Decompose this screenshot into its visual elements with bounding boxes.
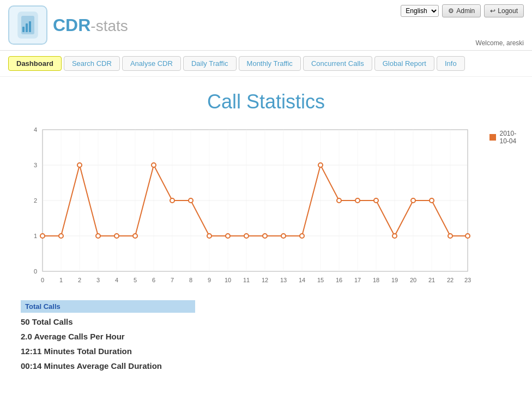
svg-point-51 <box>244 234 249 238</box>
svg-point-48 <box>189 198 193 203</box>
stats-section: Total Calls 50 Total Calls 2.0 Average C… <box>21 300 511 372</box>
chart-title: Call Statistics <box>8 90 524 113</box>
svg-text:3: 3 <box>96 277 100 283</box>
svg-rect-3 <box>26 23 28 32</box>
svg-point-52 <box>263 234 267 238</box>
legend-swatch <box>489 134 496 141</box>
svg-text:22: 22 <box>447 277 454 283</box>
nav-dashboard[interactable]: Dashboard <box>8 56 62 71</box>
svg-text:0: 0 <box>34 268 37 275</box>
welcome-text: Welcome, areski <box>476 39 524 47</box>
svg-point-46 <box>152 163 156 167</box>
svg-text:14: 14 <box>299 277 305 283</box>
svg-point-43 <box>96 234 100 238</box>
svg-point-49 <box>207 234 211 238</box>
stats-header: Total Calls <box>21 300 195 313</box>
svg-point-50 <box>226 234 230 238</box>
svg-text:6: 6 <box>152 277 155 283</box>
language-select[interactable]: English <box>401 5 439 17</box>
logout-button[interactable]: ↩ Logout <box>484 4 524 17</box>
svg-point-57 <box>355 198 360 203</box>
svg-point-47 <box>170 198 174 203</box>
svg-point-59 <box>392 234 397 238</box>
nav-info[interactable]: Info <box>437 56 465 71</box>
svg-rect-2 <box>22 27 25 32</box>
stat-total-calls: 50 Total Calls <box>21 313 511 327</box>
svg-text:9: 9 <box>208 277 211 283</box>
svg-point-40 <box>40 234 45 238</box>
svg-point-53 <box>281 234 286 238</box>
svg-point-42 <box>77 163 82 167</box>
svg-text:5: 5 <box>134 277 137 283</box>
call-statistics-chart: 4 3 2 1 0 <box>21 124 479 288</box>
svg-point-60 <box>411 198 415 203</box>
logo-text: CDR-stats <box>53 15 128 35</box>
svg-text:8: 8 <box>189 277 192 283</box>
gear-icon: ⚙ <box>448 7 454 15</box>
stat-total-duration: 12:11 Minutes Total Duration <box>21 342 511 357</box>
svg-text:4: 4 <box>115 277 118 283</box>
svg-text:20: 20 <box>410 277 416 283</box>
svg-point-56 <box>337 198 341 203</box>
svg-point-41 <box>59 234 63 238</box>
svg-point-62 <box>448 234 452 238</box>
stat-avg-calls: 2.0 Average Calls Per Hour <box>21 327 511 342</box>
svg-point-54 <box>300 234 304 238</box>
chart-wrap: 4 3 2 1 0 <box>21 124 479 289</box>
svg-rect-4 <box>29 21 31 32</box>
legend-item: 2010-10-04 <box>489 130 521 145</box>
nav-monthly-traffic[interactable]: Monthly Traffic <box>239 56 301 71</box>
svg-text:17: 17 <box>354 277 361 283</box>
svg-text:12: 12 <box>262 277 268 283</box>
svg-text:1: 1 <box>34 233 37 239</box>
svg-text:23: 23 <box>464 277 471 283</box>
legend-date-label: 2010-10-04 <box>499 130 520 145</box>
svg-text:4: 4 <box>34 126 37 133</box>
nav-analyse-cdr[interactable]: Analyse CDR <box>122 56 181 71</box>
svg-text:19: 19 <box>391 277 398 283</box>
svg-point-44 <box>114 234 119 238</box>
chart-container: 4 3 2 1 0 <box>21 124 511 289</box>
svg-text:3: 3 <box>34 162 37 168</box>
svg-text:21: 21 <box>428 277 435 283</box>
svg-text:18: 18 <box>373 277 379 283</box>
svg-point-61 <box>430 198 434 203</box>
svg-text:15: 15 <box>317 277 324 283</box>
nav-daily-traffic[interactable]: Daily Traffic <box>183 56 237 71</box>
svg-text:1: 1 <box>59 277 63 283</box>
nav-global-report[interactable]: Global Report <box>374 56 434 71</box>
top-right-controls: English ⚙ Admin ↩ Logout <box>401 4 524 17</box>
logout-icon: ↩ <box>490 7 495 15</box>
svg-text:10: 10 <box>225 277 231 283</box>
svg-point-58 <box>374 198 378 203</box>
nav-concurrent-calls[interactable]: Concurrent Calls <box>303 56 372 71</box>
main-content: Call Statistics 4 3 2 1 0 <box>0 77 532 382</box>
svg-text:2: 2 <box>78 277 81 283</box>
svg-point-55 <box>318 163 323 167</box>
svg-point-45 <box>133 234 137 238</box>
logo-box <box>8 5 47 45</box>
svg-text:7: 7 <box>171 277 174 283</box>
svg-point-63 <box>466 234 470 238</box>
svg-text:16: 16 <box>336 277 342 283</box>
svg-text:2: 2 <box>34 197 37 204</box>
svg-text:13: 13 <box>280 277 287 283</box>
svg-text:11: 11 <box>243 277 250 283</box>
logo-icon <box>17 11 39 39</box>
admin-button[interactable]: ⚙ Admin <box>442 4 481 17</box>
svg-text:0: 0 <box>41 277 44 283</box>
nav-bar: Dashboard Search CDR Analyse CDR Daily T… <box>0 51 532 77</box>
nav-search-cdr[interactable]: Search CDR <box>64 56 120 71</box>
stat-avg-duration: 00:14 Minutes Average Call Duration <box>21 357 511 372</box>
header: CDR-stats English ⚙ Admin ↩ Logout Welco… <box>0 0 532 51</box>
chart-legend: 2010-10-04 <box>489 124 521 145</box>
